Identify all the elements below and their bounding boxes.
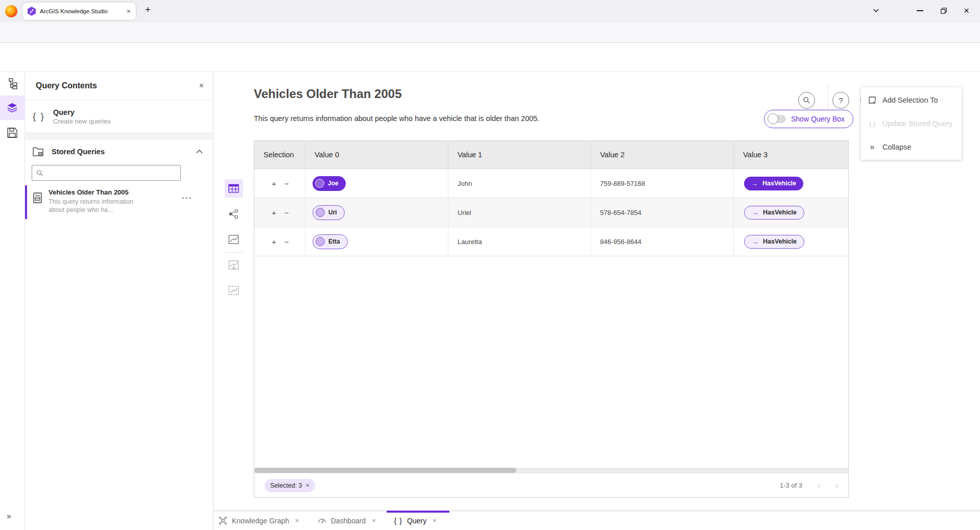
entity-pill[interactable]: Uri (313, 205, 345, 220)
braces-icon: { } (33, 111, 45, 122)
entity-pill[interactable]: Joe (313, 176, 346, 191)
row-select-plus-button[interactable]: + (272, 237, 276, 246)
column-header-value2[interactable]: Value 2 (591, 141, 734, 168)
page-description: This query returns information about peo… (254, 114, 539, 123)
scrollbar-thumb[interactable] (254, 468, 516, 473)
menu-item-add-selection-to[interactable]: Add Selection To (861, 88, 962, 112)
toggle-switch[interactable] (769, 115, 786, 123)
column-header-selection[interactable]: Selection (254, 141, 305, 168)
stored-queries-search-input[interactable] (32, 165, 181, 181)
window-close-icon[interactable]: × (964, 5, 969, 16)
selection-map-view-icon[interactable] (228, 285, 239, 296)
row-select-plus-button[interactable]: + (272, 208, 276, 217)
browser-tab-bar: ArcGIS Knowledge Studio × + × (0, 0, 980, 22)
tab-title: ArcGIS Knowledge Studio (40, 8, 123, 14)
window-minimize-icon[interactable] (917, 10, 923, 11)
braces-icon: { } (868, 120, 877, 128)
collapse-chevron-up-icon[interactable] (196, 150, 203, 154)
row-deselect-minus-button[interactable]: − (284, 237, 289, 246)
search-icon (803, 97, 810, 104)
tab-knowledge-graph[interactable]: Knowledge Graph × (219, 511, 299, 530)
selected-item-bar (25, 185, 27, 219)
row-select-plus-button[interactable]: + (272, 179, 276, 188)
relationship-pill[interactable]: →HasVehicle (744, 235, 804, 249)
tab-close-icon[interactable]: × (127, 7, 131, 15)
item-ellipsis-menu-icon[interactable]: ··· (182, 194, 193, 202)
clear-selection-icon[interactable]: × (306, 481, 310, 489)
next-page-icon[interactable]: › (835, 481, 838, 490)
cell-value1: John (448, 169, 591, 198)
query-contents-panel: Query Contents × { } Query Create new qu… (25, 72, 213, 530)
stored-queries-folder-icon (33, 147, 43, 157)
close-tab-icon[interactable]: × (433, 517, 437, 524)
query-create-item[interactable]: { } Query Create new queries (25, 100, 213, 133)
app-header: Certification Project ? PL publisher2 la… (0, 43, 980, 72)
stored-queries-title: Stored Queries (52, 148, 188, 156)
row-deselect-minus-button[interactable]: − (284, 179, 289, 188)
browser-tab[interactable]: ArcGIS Knowledge Studio × (22, 3, 136, 20)
search-button[interactable] (798, 92, 815, 109)
save-icon[interactable] (7, 127, 18, 138)
table-row: + − Joe John 759-889-57168 →HasVehicle (254, 169, 848, 198)
column-header-value3[interactable]: Value 3 (734, 141, 848, 168)
help-button[interactable]: ? (832, 92, 849, 109)
show-query-box-toggle[interactable]: Show Query Box (764, 110, 853, 128)
double-chevron-right-icon: » (868, 142, 877, 152)
previous-page-icon[interactable]: ‹ (818, 481, 820, 490)
close-tab-icon[interactable]: × (295, 517, 299, 524)
stored-query-description: This query returns information about peo… (49, 198, 151, 214)
window-restore-icon[interactable] (940, 7, 947, 14)
cell-value2: 759-889-57168 (591, 169, 734, 198)
add-selection-icon (868, 96, 877, 104)
entity-dot-icon (315, 179, 324, 188)
contents-layers-icon[interactable] (7, 102, 18, 113)
arrow-right-icon: → (751, 180, 758, 187)
stored-query-title: Vehicles Older Than 2005 (49, 188, 151, 196)
link-chart-view-icon[interactable] (228, 209, 239, 219)
relationship-pill[interactable]: →HasVehicle (744, 177, 803, 190)
entity-dot-icon (316, 208, 325, 217)
column-header-value1[interactable]: Value 1 (448, 141, 591, 168)
knowledge-graph-icon (219, 516, 227, 525)
stored-queries-header[interactable]: Stored Queries (25, 140, 213, 163)
tab-dashboard[interactable]: Dashboard × (318, 511, 376, 530)
table-options-menu: Add Selection To { } Update Stored Query… (861, 87, 962, 160)
selected-count-chip[interactable]: Selected: 3 × (265, 479, 315, 492)
map-view-icon[interactable] (228, 234, 239, 245)
table-header-row: Selection Value 0 Value 1 Value 2 Value … (254, 141, 848, 169)
tab-query[interactable]: { } Query × (394, 511, 437, 530)
table-empty-area (254, 256, 848, 468)
tab-list-chevron-icon[interactable] (872, 7, 880, 14)
menu-item-update-stored-query[interactable]: { } Update Stored Query (861, 112, 962, 135)
close-tab-icon[interactable]: × (372, 517, 376, 524)
cell-value1: Uriel (448, 198, 591, 227)
menu-item-collapse[interactable]: » Collapse (861, 135, 962, 159)
entity-dot-icon (316, 237, 325, 246)
row-deselect-minus-button[interactable]: − (284, 208, 289, 217)
table-row: + − Uri Uriel 578-654-7854 →HasVehicle (254, 198, 848, 227)
new-tab-button[interactable]: + (145, 4, 151, 15)
table-view-icon[interactable] (228, 183, 239, 194)
pagination-label: 1-3 of 3 (780, 481, 802, 489)
stored-query-doc-icon (33, 192, 42, 203)
stored-query-list-item[interactable]: Vehicles Older Than 2005 This query retu… (25, 185, 213, 219)
page-title: Vehicles Older Than 2005 (254, 87, 401, 101)
firefox-icon[interactable] (5, 5, 17, 17)
browser-toolbar: ← → https://dev0028833.esri.com/portal/a… (0, 22, 980, 43)
panel-section-gap (25, 133, 213, 139)
entity-pill[interactable]: Etta (313, 234, 348, 249)
expand-rail-icon[interactable]: » (7, 512, 11, 521)
project-sitemap-icon[interactable] (7, 78, 18, 89)
panel-close-icon[interactable]: × (199, 81, 204, 90)
column-header-value0[interactable]: Value 0 (305, 141, 448, 168)
query-item-subtitle: Create new queries (53, 117, 111, 125)
query-results-table: Selection Value 0 Value 1 Value 2 Value … (254, 140, 849, 498)
dashboard-gauge-icon (318, 516, 326, 525)
cell-value2: 578-654-7854 (591, 198, 734, 227)
new-map-view-icon[interactable] (228, 260, 239, 270)
horizontal-scrollbar[interactable] (254, 468, 848, 473)
relationship-pill[interactable]: →HasVehicle (744, 206, 804, 220)
table-footer: Selected: 3 × 1-3 of 3 ‹ › (254, 473, 848, 497)
arrow-right-icon: → (752, 209, 758, 216)
cell-value2: 846-956-8644 (591, 227, 734, 256)
